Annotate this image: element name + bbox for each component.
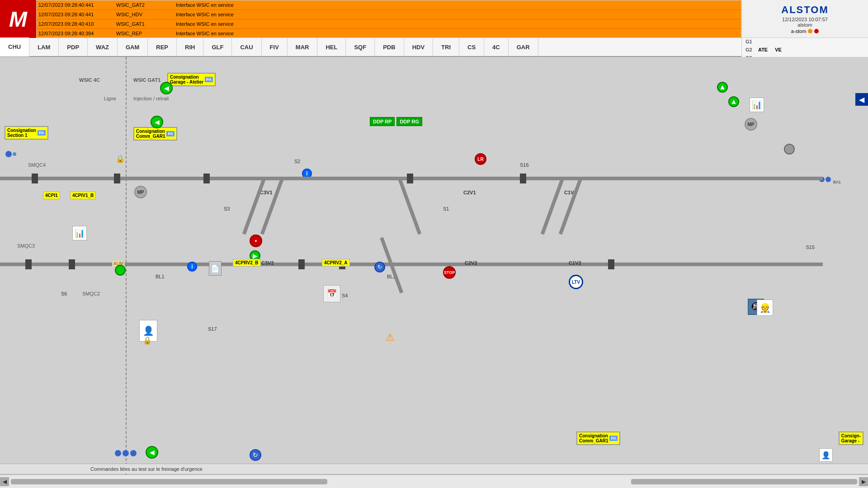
g2-label: G2 [745, 47, 755, 52]
gray-circle-top [784, 144, 795, 155]
c2v1-label: C2V1 [463, 190, 476, 195]
4cprv2a-label[interactable]: 4CPRV2_A [322, 259, 350, 267]
status-dot-red [814, 29, 819, 33]
lower-track-block-3 [298, 259, 305, 269]
green-circle-lower [115, 265, 126, 276]
track-block-3 [203, 174, 210, 183]
consign-pa-4: PA [609, 436, 618, 441]
diagonal-track-5 [559, 178, 582, 235]
nav-item-rih[interactable]: RIH [177, 38, 203, 56]
scroll-left[interactable]: ◀ [0, 477, 9, 486]
alert-time-4: 12/07/2023 09:28:40:394 [38, 31, 111, 36]
alstom-user-sub: a-stom [791, 28, 807, 34]
nav-ate[interactable]: ATE [755, 46, 771, 53]
consign-comm-gar1-bottom[interactable]: Consignation Comm_GAR1 PA [576, 432, 620, 445]
warning-triangle: ⚠ [386, 332, 395, 343]
nav-item-sqf[interactable]: SQF [346, 38, 375, 56]
ligne-label: Ligne [104, 96, 116, 101]
consign-section-1[interactable]: Consignation Section 1 PA [5, 126, 48, 140]
nav-item-4c[interactable]: 4C [484, 38, 509, 56]
nav-item-hdv[interactable]: HDV [404, 38, 433, 56]
alert-msg-4: Interface WSIC en service [176, 31, 734, 36]
lower-track-block-2 [69, 259, 75, 269]
garage-arrow-circle: ◀ [160, 82, 173, 94]
nav-item-hel[interactable]: HEL [317, 38, 346, 56]
nav-item-cau[interactable]: CAU [232, 38, 261, 56]
4cprv2b-label[interactable]: 4CPRV2_B [233, 259, 261, 267]
nav-item-lam[interactable]: LAM [29, 38, 59, 56]
blue-dot-top-left [5, 151, 16, 157]
info-circle-lower: i [187, 262, 197, 272]
nav-item-cs[interactable]: CS [459, 38, 484, 56]
track-block-2 [114, 174, 120, 183]
document-icon[interactable]: 📄 [209, 261, 222, 276]
alert-msg-2: Interface WSIC en service [176, 12, 734, 17]
alert-bar: 12/07/2023 09:28:40:441 WSIC_GAT2 Interf… [36, 0, 741, 38]
ba1-label: BA1 [833, 180, 841, 184]
c1v2-label: C1V2 [569, 260, 581, 266]
alert-row-2: 12/07/2023 09:28:40:441 WSIC_HDV Interfa… [37, 10, 741, 19]
scroll-track-left[interactable] [11, 479, 327, 484]
bottom-status-text: Commandes liées au test sur le freinage … [90, 466, 203, 472]
status-dot-orange [808, 29, 812, 33]
person-icon-bottom-right: 👤 [819, 448, 833, 462]
nav-item-pdb[interactable]: PDB [375, 38, 404, 56]
nav-item-mar[interactable]: MAR [288, 38, 318, 56]
alert-msg-1: Interface WSIC en service [176, 2, 734, 8]
calendar-icon[interactable]: 📅 [323, 285, 340, 302]
alert-msg-3: Interface WSIC en service [176, 21, 734, 27]
chart-icon-center[interactable]: 📊 [72, 226, 87, 240]
nav-item-fiv[interactable]: FIV [262, 38, 288, 56]
4cpi1-label[interactable]: 4CPI1 [43, 192, 60, 199]
nav-ve[interactable]: VE [771, 46, 785, 53]
4cpiv1b-label[interactable]: 4CPIV1_B [70, 192, 96, 199]
alert-row-4: 12/07/2023 09:28:40:394 WSIC_REP Interfa… [37, 29, 741, 38]
alstom-datetime: 12/12/2023 10:07:57 [782, 17, 828, 22]
canvas-right-arrow[interactable]: ◀ [855, 93, 868, 106]
metro-logo-text: M [9, 7, 27, 32]
nav-item-rep[interactable]: REP [148, 38, 177, 56]
green-arrow-bottom: ◀ [146, 446, 158, 459]
lower-track-block-1 [25, 259, 32, 269]
bottom-status-bar: Commandes liées au test sur le freinage … [0, 464, 868, 474]
alstom-panel: ALSTOM 12/12/2023 10:07:57 alstom a-stom [741, 0, 868, 38]
nav-item-tri[interactable]: TRI [433, 38, 459, 56]
scroll-right[interactable]: ▶ [859, 477, 868, 486]
mp-circle-top: MP [745, 118, 757, 131]
alert-source-4: WSIC_REP [116, 31, 170, 36]
track-block-1 [32, 174, 38, 183]
nav-item-glf[interactable]: GLF [203, 38, 232, 56]
diagonal-track-2 [260, 178, 284, 235]
s6-label: S6 [61, 291, 67, 296]
metro-logo: M [0, 0, 36, 38]
red-stop-upper: ● [250, 235, 262, 247]
nav-item-gam[interactable]: GAM [118, 38, 148, 56]
alert-time-3: 12/07/2023 09:28:40:410 [38, 21, 111, 27]
ddp-labels: DDP RP DDP RG [370, 117, 422, 126]
s1-label: S1 [443, 206, 449, 211]
alert-source-2: WSIC_HDV [116, 12, 170, 17]
smqc2-label: SMQC2 [82, 291, 100, 296]
bottom-scroll-bar: ◀ ▶ [0, 474, 868, 488]
alert-row-3: 12/07/2023 09:28:40:410 WSIC_GAT1 Interf… [37, 19, 741, 29]
smqc4-label: SMQC4 [28, 162, 46, 168]
s4-label: S4 [342, 293, 348, 298]
scroll-track-right[interactable] [631, 479, 857, 484]
alert-source-1: WSIC_GAT2 [116, 2, 170, 8]
ltv-circle: LTV [569, 275, 583, 289]
chart-icon-top-right[interactable]: 📊 [750, 98, 764, 112]
nav-item-gar[interactable]: GAR [509, 38, 538, 56]
consign-garage-bottom[interactable]: Consign- Garage - [839, 432, 863, 445]
main-canvas: ◀ WSIC 4C WSIC GAT1 Ligne Injection / re… [0, 57, 868, 474]
diagonal-track-6 [398, 178, 421, 235]
consign-comm-gar1-upper[interactable]: Consignation Comm_GAR1 PA [133, 127, 177, 141]
nav-item-waz[interactable]: WAZ [88, 38, 118, 56]
green-signal-2: ▲ [728, 96, 739, 107]
nav-item-chu[interactable]: CHU [0, 38, 29, 56]
s16-label: S16 [520, 162, 529, 168]
nav-bar: CHU LAM PDP WAZ GAM REP RIH GLF CAU FIV … [0, 38, 741, 57]
nav-item-pdp[interactable]: PDP [59, 38, 88, 56]
lock-symbol-top: 🔒 [116, 155, 125, 163]
alstom-logo: ALSTOM [781, 4, 828, 16]
consign-garage-atelier[interactable]: Consignation Garage - Atelier PA [167, 73, 216, 86]
